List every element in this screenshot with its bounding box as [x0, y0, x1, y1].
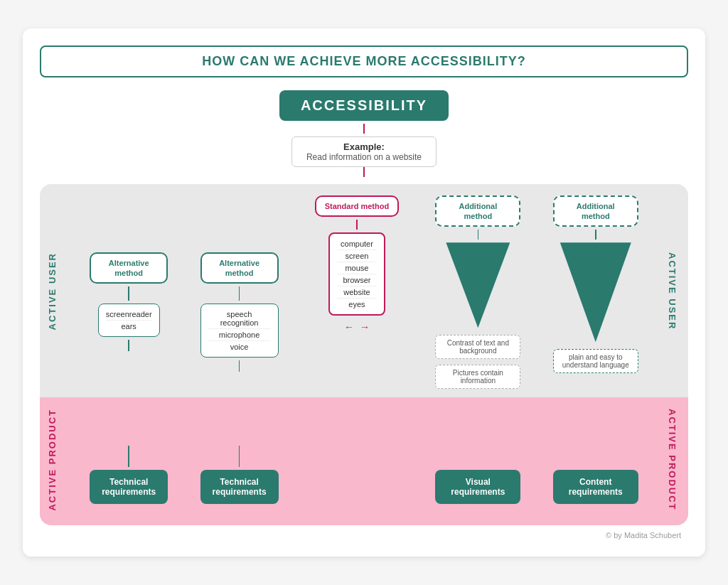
- col2-item-1: speech recognition: [208, 308, 271, 329]
- col3-item-6: eyes: [337, 299, 377, 310]
- diagram-inner: Alternative method screenreader ears: [68, 195, 660, 389]
- col4-subitem-2: Pictures contain information: [435, 365, 520, 389]
- connect-line-1: [363, 124, 365, 134]
- active-product-zone: ACTIVE PRODUCT Technical requirements Te…: [40, 397, 688, 525]
- col2-line: [239, 286, 240, 301]
- product-col5: Content requirements: [553, 470, 638, 504]
- arrow-right-indicator: →: [360, 321, 370, 333]
- col4-method-box: Additional method: [435, 195, 520, 227]
- col2-arrow-line: [239, 360, 240, 372]
- product-col1-req: Technical requirements: [90, 470, 168, 504]
- col1-arrow-line: [128, 340, 129, 351]
- main-container: HOW CAN WE ACHIEVE MORE ACCESSIBILITY? A…: [23, 28, 705, 557]
- example-box: Example: Read information on a website: [291, 136, 437, 167]
- col5: Additional method plain and easy to unde…: [553, 195, 638, 373]
- product-col4: Visual requirements: [435, 470, 520, 504]
- connect-line-2: [363, 167, 365, 177]
- accessibility-box: ACCESSIBILITY: [279, 90, 449, 121]
- user-zone-content: Alternative method screenreader ears: [68, 195, 660, 389]
- col1-method-label: Alternative method: [109, 259, 149, 277]
- col4-subitem-1: Contrast of text and background: [435, 335, 520, 359]
- col5-plain-language: plain and easy to understand language: [553, 349, 638, 373]
- product-zone-content: Technical requirements Technical require…: [68, 419, 660, 504]
- col1-item-2: ears: [106, 321, 152, 332]
- col5-line: [595, 230, 596, 240]
- col2-items: speech recognition microphone voice: [200, 304, 279, 358]
- col4-line: [478, 230, 479, 240]
- product-col5-req: Content requirements: [553, 470, 638, 504]
- col4-triangle: [446, 242, 510, 328]
- active-product-right-label: ACTIVE PRODUCT: [660, 409, 688, 514]
- example-text: Read information on a website: [306, 152, 422, 162]
- example-label: Example:: [306, 141, 422, 152]
- top-center: ACCESSIBILITY Example: Read information …: [40, 90, 688, 177]
- prod-col2-line: [239, 446, 240, 467]
- col3-item-2: screen: [337, 250, 377, 262]
- col3-line: [356, 220, 358, 230]
- col3-method-box: Standard method: [315, 195, 399, 217]
- col1-method-box: Alternative method: [90, 252, 168, 284]
- col1-items: screenreader ears: [98, 304, 160, 337]
- active-user-left-label: ACTIVE USER: [40, 252, 68, 333]
- col2-item-2: microphone: [208, 329, 271, 341]
- prod-col1-line: [128, 446, 129, 467]
- product-col2: Technical requirements: [200, 446, 279, 504]
- col5-method-box: Additional method: [553, 195, 638, 227]
- col4: Additional method Contrast of text and b…: [435, 195, 520, 389]
- col1-item-1: screenreader: [106, 308, 152, 321]
- col2-method-box: Alternative method: [200, 252, 279, 284]
- zones-wrapper: ACTIVE USER Alternative method scr: [40, 184, 688, 525]
- col3: Standard method computer screen mouse br…: [311, 195, 403, 333]
- active-user-zone: ACTIVE USER Alternative method scr: [40, 184, 688, 400]
- product-col4-req: Visual requirements: [435, 470, 520, 504]
- col1-line: [128, 286, 129, 301]
- copyright: © by Madita Schubert: [40, 531, 688, 540]
- col3-item-4: browser: [337, 274, 377, 286]
- col2-item-3: voice: [208, 341, 271, 353]
- col1: Alternative method screenreader ears: [90, 195, 168, 351]
- arrow-left-indicator: ←: [344, 321, 354, 333]
- col3-item-1: computer: [337, 238, 377, 250]
- col4-method-label: Additional method: [459, 202, 497, 220]
- col3-arrow-row: ← →: [344, 321, 370, 333]
- product-col1: Technical requirements: [90, 446, 168, 504]
- title-box: HOW CAN WE ACHIEVE MORE ACCESSIBILITY?: [40, 45, 688, 77]
- col3-item-5: website: [337, 286, 377, 299]
- product-col2-req: Technical requirements: [200, 470, 279, 504]
- col5-method-label: Additional method: [577, 202, 615, 220]
- col3-item-3: mouse: [337, 262, 377, 274]
- col5-triangle: [560, 242, 631, 342]
- active-user-right-label: ACTIVE USER: [660, 252, 688, 333]
- active-product-left-label: ACTIVE PRODUCT: [40, 409, 68, 514]
- col2: Alternative method speech recognition mi…: [200, 195, 279, 372]
- main-title: HOW CAN WE ACHIEVE MORE ACCESSIBILITY?: [202, 54, 526, 68]
- col2-method-label: Alternative method: [219, 259, 259, 277]
- col3-method-label: Standard method: [325, 202, 389, 210]
- col3-items: computer screen mouse browser website ey…: [328, 232, 385, 316]
- product-inner: Technical requirements Technical require…: [68, 419, 660, 504]
